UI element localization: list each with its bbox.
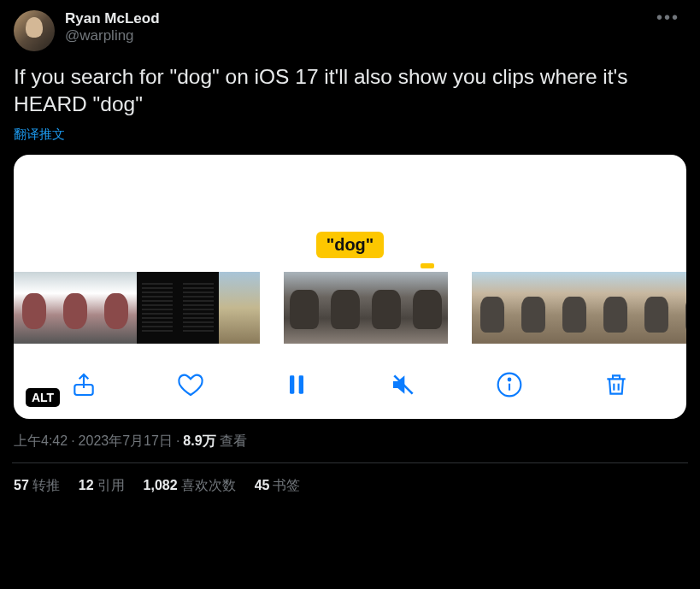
alt-badge[interactable]: ALT <box>26 388 60 407</box>
likes-stat[interactable]: 1,082喜欢次数 <box>144 477 236 495</box>
views-count[interactable]: 8.9万 <box>183 433 215 448</box>
timeline-frame <box>366 272 407 344</box>
timeline-frame <box>472 272 513 344</box>
tweet-date[interactable]: 2023年7月17日 <box>79 433 173 448</box>
tweet-text: If you search for "dog" on iOS 17 it'll … <box>14 63 686 118</box>
timeline-frame <box>178 272 219 344</box>
user-handle: @warpling <box>65 27 650 44</box>
tweet-meta: 上午4:42·2023年7月17日·8.9万 查看 <box>14 433 686 462</box>
timeline-frame <box>554 272 595 344</box>
translate-link[interactable]: 翻译推文 <box>14 127 65 143</box>
display-name: Ryan McLeod <box>65 10 650 27</box>
tweet-header: Ryan McLeod @warpling ••• <box>14 10 686 51</box>
retweets-stat[interactable]: 57转推 <box>14 477 60 495</box>
clip-group-2[interactable] <box>284 272 448 344</box>
timeline-frame <box>137 272 178 344</box>
heart-icon[interactable] <box>174 368 208 402</box>
timeline-frame <box>96 272 137 344</box>
svg-point-6 <box>509 378 511 380</box>
timeline-frame <box>407 272 448 344</box>
timeline-frame <box>325 272 366 344</box>
pause-icon[interactable] <box>279 368 314 402</box>
bookmarks-stat[interactable]: 45书签 <box>255 477 301 495</box>
video-timeline[interactable] <box>14 272 686 356</box>
svg-rect-2 <box>299 375 303 393</box>
search-tag-row: "dog" <box>14 232 686 263</box>
search-tag-badge: "dog" <box>316 232 385 258</box>
timeline-frame <box>636 272 677 344</box>
speaker-muted-icon[interactable] <box>386 368 421 402</box>
views-label: 查看 <box>220 433 247 448</box>
tweet-container: Ryan McLeod @warpling ••• If you search … <box>0 0 700 495</box>
more-icon[interactable]: ••• <box>650 10 686 24</box>
timeline-frame <box>55 272 96 344</box>
timeline-frame <box>513 272 554 344</box>
tweet-time[interactable]: 上午4:42 <box>14 433 68 448</box>
media-whitespace <box>14 155 686 232</box>
media-action-row <box>14 356 686 407</box>
clip-group-3[interactable] <box>472 272 686 344</box>
svg-rect-1 <box>290 375 294 393</box>
trash-icon[interactable] <box>599 368 633 402</box>
media-attachment[interactable]: "dog" <box>14 155 686 419</box>
playhead-marker <box>421 263 434 268</box>
timeline-frame <box>677 272 686 344</box>
user-names[interactable]: Ryan McLeod @warpling <box>65 10 650 44</box>
quotes-stat[interactable]: 12引用 <box>79 477 125 495</box>
timeline-frame <box>284 272 325 344</box>
share-icon[interactable] <box>67 368 101 402</box>
clip-group-1[interactable] <box>14 272 260 344</box>
timeline-frame <box>14 272 55 344</box>
info-icon[interactable] <box>492 368 526 402</box>
timeline-frame <box>595 272 636 344</box>
tweet-stats: 57转推 12引用 1,082喜欢次数 45书签 <box>14 463 686 495</box>
timeline-frame <box>219 272 260 344</box>
avatar[interactable] <box>14 10 55 51</box>
